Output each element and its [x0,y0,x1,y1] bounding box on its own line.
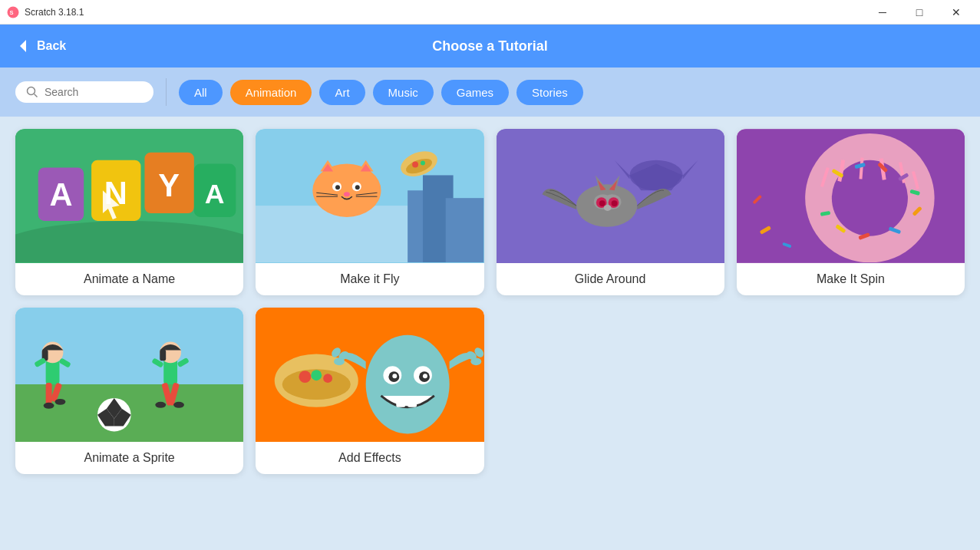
svg-point-111 [423,374,427,378]
svg-point-54 [611,200,617,206]
title-bar-controls: ─ □ ✕ [865,0,974,25]
svg-rect-20 [446,198,484,262]
tutorial-card-make-fly[interactable]: Make it Fly [256,129,483,295]
svg-point-110 [393,374,398,378]
svg-text:A: A [205,179,225,209]
filter-bar: AllAnimationArtMusicGamesStories [0,68,980,117]
tutorial-card-add-effects[interactable]: Add Effects [256,308,483,474]
card-image-animate-name: A N Y A [15,129,243,263]
svg-point-96 [299,371,312,383]
svg-point-80 [44,403,54,409]
svg-rect-113 [408,398,417,407]
card-label-glide: Glide Around [497,263,724,295]
card-label-add-effects: Add Effects [256,442,483,474]
svg-text:A: A [49,176,72,212]
filter-btn-stories[interactable]: Stories [516,80,583,105]
svg-point-28 [335,185,340,189]
filter-btn-art[interactable]: Art [319,80,365,105]
illustration-spin [737,130,965,262]
svg-line-4 [35,94,38,97]
svg-point-98 [323,374,332,383]
filter-btn-all[interactable]: All [179,80,223,105]
svg-point-105 [471,357,482,365]
app-header: Back Choose a Tutorial [0,25,980,68]
svg-rect-86 [160,349,166,361]
svg-point-3 [28,87,35,95]
tutorial-card-make-spin[interactable]: Make It Spin [737,129,965,295]
filter-btn-music[interactable]: Music [373,80,434,105]
filter-buttons-container: AllAnimationArtMusicGamesStories [179,80,583,105]
search-icon [26,86,38,98]
tutorial-card-animate-name[interactable]: A N Y A Animate a Name [15,129,243,295]
search-box [15,81,153,103]
svg-point-102 [334,357,345,365]
svg-point-53 [599,200,605,206]
card-image-make-fly [256,129,483,263]
svg-text:Y: Y [158,167,180,203]
back-label: Back [37,39,66,53]
svg-marker-2 [20,40,26,52]
minimize-button[interactable]: ─ [865,0,900,25]
illustration-make-fly [256,130,483,262]
illustration-animate-name: A N Y A [15,130,243,262]
card-label-animate-name: Animate a Name [15,263,243,295]
card-image-spin [737,129,965,263]
app-title: Scratch 3.18.1 [25,7,84,18]
svg-point-81 [55,399,66,405]
maximize-button[interactable]: □ [902,0,937,25]
svg-point-38 [421,160,425,165]
back-arrow-icon [15,38,31,54]
filter-btn-games[interactable]: Games [441,80,509,105]
card-image-animate-sprite [15,308,243,442]
svg-point-99 [366,334,450,433]
svg-point-6 [15,221,243,262]
card-label-spin: Make It Spin [737,263,965,295]
card-label-make-fly: Make it Fly [256,263,483,295]
svg-point-55 [603,205,611,211]
svg-text:S: S [10,9,14,16]
illustration-add-effects [256,308,483,441]
card-label-animate-sprite: Animate a Sprite [15,442,243,474]
svg-rect-78 [46,383,52,406]
svg-rect-112 [397,398,406,407]
illustration-glide [497,130,724,262]
svg-point-97 [312,370,322,380]
svg-point-37 [412,161,418,167]
filter-btn-animation[interactable]: Animation [230,80,312,105]
tutorial-grid: A N Y A Animate a Name [0,117,980,486]
svg-point-89 [155,402,166,408]
tutorial-card-animate-sprite[interactable]: Animate a Sprite [15,308,243,474]
svg-point-29 [355,185,360,189]
title-bar: S Scratch 3.18.1 ─ □ ✕ [0,0,980,25]
close-button[interactable]: ✕ [939,0,974,25]
card-image-glide [497,129,724,263]
scratch-logo-icon: S [6,5,20,19]
filter-divider [166,78,167,106]
svg-point-90 [173,402,184,408]
search-input[interactable] [45,86,137,98]
back-button[interactable]: Back [15,38,66,54]
title-bar-left: S Scratch 3.18.1 [6,5,84,19]
page-title: Choose a Tutorial [432,38,548,54]
tutorial-card-glide-around[interactable]: Glide Around [497,129,724,295]
svg-point-21 [313,163,381,216]
svg-point-30 [344,192,350,196]
card-image-add-effects [256,308,483,442]
illustration-animate-sprite [15,308,243,441]
